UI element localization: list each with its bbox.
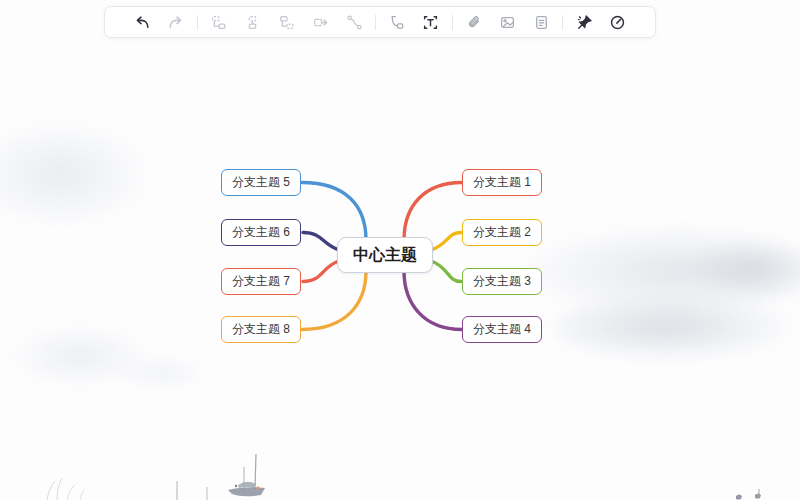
toolbar-separator bbox=[452, 15, 453, 30]
branch-node-4[interactable]: 分支主题 4 bbox=[462, 316, 542, 343]
branch-curve-2 bbox=[431, 233, 461, 251]
branch-curve-1 bbox=[404, 183, 462, 241]
toolbar-separator bbox=[562, 15, 563, 30]
relation-line-icon[interactable] bbox=[341, 9, 367, 35]
insert-parent-node-icon[interactable] bbox=[307, 9, 333, 35]
ink-wash-cloud bbox=[515, 225, 800, 317]
branch-node-8[interactable]: 分支主题 8 bbox=[221, 316, 301, 343]
branch-node-2[interactable]: 分支主题 2 bbox=[462, 219, 542, 246]
ink-bird-marks bbox=[735, 488, 780, 500]
gauge-icon[interactable] bbox=[605, 9, 631, 35]
branch-node-5[interactable]: 分支主题 5 bbox=[221, 169, 301, 196]
ink-wash-cloud bbox=[688, 238, 800, 300]
toolbar-separator bbox=[197, 15, 198, 30]
branch-curve-6 bbox=[303, 233, 339, 251]
branch-node-7[interactable]: 分支主题 7 bbox=[221, 268, 301, 295]
branch-node-3[interactable]: 分支主题 3 bbox=[462, 268, 542, 295]
ink-wash-cloud bbox=[0, 118, 155, 230]
sticker-icon[interactable] bbox=[571, 9, 597, 35]
summary-icon[interactable] bbox=[384, 9, 410, 35]
branch-curve-5 bbox=[302, 183, 366, 241]
hyperlink-icon[interactable] bbox=[461, 9, 487, 35]
branch-node-1[interactable]: 分支主题 1 bbox=[462, 169, 542, 196]
image-icon[interactable] bbox=[494, 9, 520, 35]
insert-sibling-node-icon[interactable] bbox=[206, 9, 232, 35]
ink-wash-cloud bbox=[115, 358, 210, 388]
branch-curve-7 bbox=[303, 261, 339, 282]
redo-icon[interactable] bbox=[163, 9, 189, 35]
central-topic-node[interactable]: 中心主题 bbox=[337, 237, 433, 273]
mindmap-canvas[interactable]: 中心主题 分支主题 1 分支主题 2 分支主题 3 分支主题 4 分支主题 5 … bbox=[0, 0, 800, 500]
ink-boat-illustration bbox=[168, 448, 283, 500]
insert-child-node-icon[interactable] bbox=[240, 9, 266, 35]
branch-curve-4 bbox=[404, 271, 462, 330]
insert-node-above-icon[interactable] bbox=[273, 9, 299, 35]
ink-reeds-illustration bbox=[35, 463, 105, 500]
undo-icon[interactable] bbox=[129, 9, 155, 35]
toolbar-separator bbox=[375, 15, 376, 30]
text-icon[interactable] bbox=[418, 9, 444, 35]
branch-node-6[interactable]: 分支主题 6 bbox=[221, 219, 301, 246]
ink-wash-cloud bbox=[552, 292, 800, 362]
ink-wash-cloud bbox=[5, 325, 155, 387]
toolbar bbox=[104, 6, 656, 38]
branch-curve-3 bbox=[431, 261, 461, 282]
branch-curve-8 bbox=[302, 271, 366, 330]
note-icon[interactable] bbox=[528, 9, 554, 35]
